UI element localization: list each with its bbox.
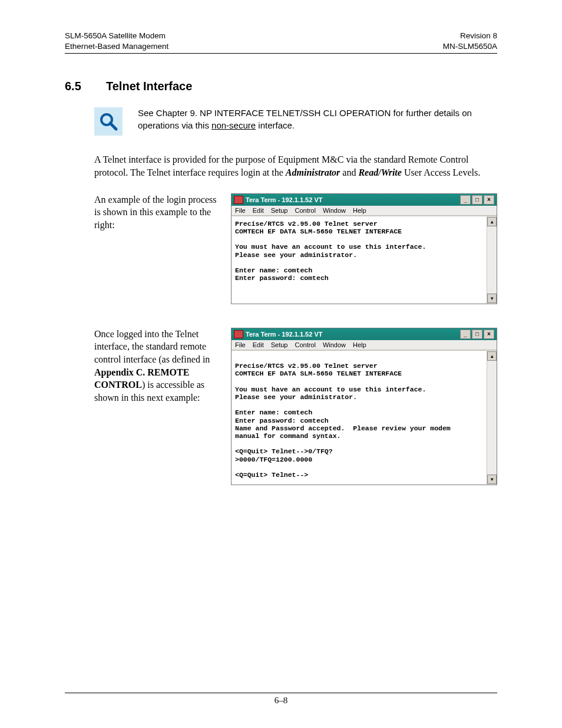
menu-setup[interactable]: Setup xyxy=(271,341,288,348)
terminal-window-2: Tera Term - 192.1.1.52 VT _ □ × FileEdit… xyxy=(231,328,497,486)
maximize-button[interactable]: □ xyxy=(472,330,482,339)
window-title: Tera Term - 192.1.1.52 VT xyxy=(246,331,322,338)
page-header: SLM-5650A Satellite Modem Ethernet-Based… xyxy=(65,31,497,54)
scroll-down-icon[interactable]: ▾ xyxy=(487,475,497,484)
example-2-caption: Once logged into the Telnet interface, t… xyxy=(94,328,231,404)
minimize-button[interactable]: _ xyxy=(460,195,471,205)
section-heading: 6.5Telnet Interface xyxy=(65,80,497,93)
example-1-caption: An example of the login process is shown… xyxy=(94,193,231,232)
example-2: Once logged into the Telnet interface, t… xyxy=(94,328,497,486)
menu-file[interactable]: File xyxy=(235,207,246,214)
menu-file[interactable]: File xyxy=(235,341,246,348)
menu-window[interactable]: Window xyxy=(323,207,346,214)
page-footer: 6–8 xyxy=(65,693,497,706)
scrollbar[interactable]: ▴ ▾ xyxy=(487,350,497,485)
app-icon xyxy=(234,196,243,204)
close-button[interactable]: × xyxy=(484,195,494,205)
menu-setup[interactable]: Setup xyxy=(271,207,288,214)
magnifier-icon xyxy=(94,107,123,136)
scrollbar[interactable]: ▴ ▾ xyxy=(487,216,497,304)
terminal-titlebar[interactable]: Tera Term - 192.1.1.52 VT _ □ × xyxy=(232,194,497,206)
menu-control[interactable]: Control xyxy=(295,207,315,214)
scroll-up-icon[interactable]: ▴ xyxy=(487,351,497,361)
section-title-text: Telnet Interface xyxy=(106,80,192,93)
info-note: See Chapter 9. NP INTERFACE TELNET/SSH C… xyxy=(94,107,497,136)
terminal-output: Precise/RTCS v2.95.00 Telnet server COMT… xyxy=(232,216,487,304)
page-number: 6–8 xyxy=(275,696,288,705)
header-right-2: MN-SLM5650A xyxy=(443,41,497,52)
minimize-button[interactable]: _ xyxy=(460,330,471,339)
app-icon xyxy=(234,330,243,338)
window-title: Tera Term - 192.1.1.52 VT xyxy=(246,196,322,203)
example-1: An example of the login process is shown… xyxy=(94,193,497,304)
section-number: 6.5 xyxy=(65,80,106,93)
menu-help[interactable]: Help xyxy=(353,341,366,348)
terminal-menubar: FileEditSetupControlWindowHelp xyxy=(232,340,497,350)
menu-help[interactable]: Help xyxy=(353,207,366,214)
menu-edit[interactable]: Edit xyxy=(253,341,264,348)
menu-edit[interactable]: Edit xyxy=(253,207,264,214)
maximize-button[interactable]: □ xyxy=(472,195,482,205)
menu-control[interactable]: Control xyxy=(295,341,315,348)
terminal-titlebar[interactable]: Tera Term - 192.1.1.52 VT _ □ × xyxy=(232,328,497,340)
scroll-down-icon[interactable]: ▾ xyxy=(487,294,497,303)
header-left-1: SLM-5650A Satellite Modem xyxy=(65,31,168,41)
menu-window[interactable]: Window xyxy=(323,341,346,348)
terminal-window-1: Tera Term - 192.1.1.52 VT _ □ × FileEdit… xyxy=(231,193,497,304)
header-right-1: Revision 8 xyxy=(443,31,497,41)
scroll-up-icon[interactable]: ▴ xyxy=(487,217,497,226)
terminal-output: Precise/RTCS v2.95.00 Telnet server COMT… xyxy=(232,350,487,485)
header-left-2: Ethernet-Based Management xyxy=(65,41,168,52)
document-page: SLM-5650A Satellite Modem Ethernet-Based… xyxy=(0,0,562,728)
svg-line-1 xyxy=(110,123,116,129)
note-text: See Chapter 9. NP INTERFACE TELNET/SSH C… xyxy=(138,107,497,131)
close-button[interactable]: × xyxy=(484,330,494,339)
intro-paragraph: A Telnet interface is provided for the p… xyxy=(94,153,497,179)
terminal-menubar: FileEditSetupControlWindowHelp xyxy=(232,206,497,216)
